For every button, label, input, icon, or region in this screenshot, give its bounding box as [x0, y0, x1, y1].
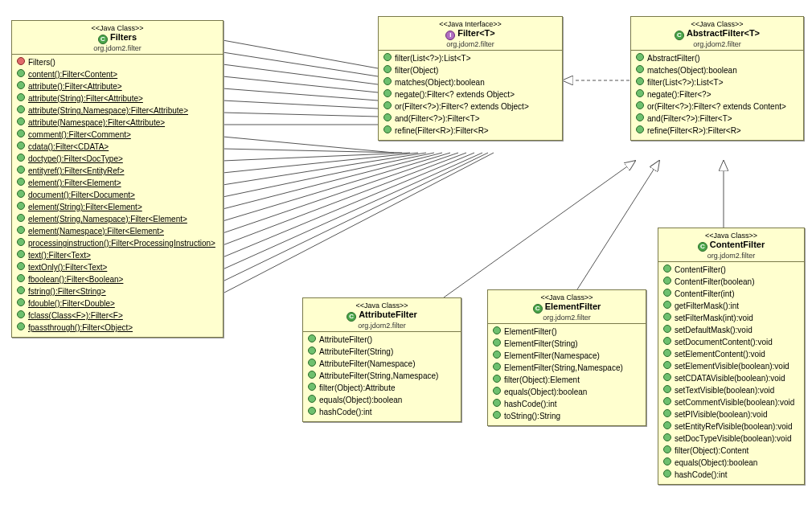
- package-label: org.jdom2.filter: [634, 40, 800, 48]
- member-signature: equals(Object):boolean: [504, 388, 587, 396]
- member-row: ContentFilter(int): [663, 288, 799, 300]
- visibility-icon: [17, 105, 25, 113]
- member-row: ContentFilter(boolean): [663, 276, 799, 288]
- visibility-icon: [663, 421, 671, 429]
- class-title: IFilter<T>: [382, 28, 559, 40]
- member-row: setEntityRefVisible(boolean):void: [663, 420, 799, 433]
- member-signature: document():Filter<Document>: [28, 191, 135, 199]
- member-list: filter(List<?>):List<T>filter(Object)mat…: [379, 51, 562, 140]
- visibility-icon: [308, 334, 316, 342]
- member-signature: setCommentVisible(boolean):void: [675, 398, 794, 407]
- member-row: setElementVisible(boolean):void: [663, 360, 799, 372]
- stereotype-label: <<Java Class>>: [662, 232, 801, 240]
- member-signature: setEntityRefVisible(boolean):void: [675, 422, 793, 431]
- visibility-icon: [663, 385, 671, 393]
- visibility-icon: [308, 371, 316, 379]
- visibility-icon: [663, 373, 671, 381]
- member-row: setDocTypeVisible(boolean):void: [663, 433, 799, 445]
- member-signature: element(String,Namespace):Filter<Element…: [28, 215, 187, 223]
- visibility-icon: [636, 101, 644, 109]
- visibility-icon: [663, 301, 671, 309]
- member-row: ElementFilter(Namespace): [493, 350, 641, 362]
- visibility-icon: [17, 190, 25, 198]
- member-signature: setElementContent():void: [675, 350, 765, 359]
- member-signature: AttributeFilter(String): [319, 347, 393, 356]
- visibility-icon: [663, 289, 671, 297]
- member-signature: doctype():Filter<DocType>: [28, 154, 123, 163]
- member-row: matches(Object):boolean: [636, 64, 798, 76]
- visibility-icon: [17, 57, 25, 65]
- visibility-icon: [383, 77, 392, 85]
- member-row: setDefaultMask():void: [663, 324, 799, 336]
- visibility-icon: [383, 65, 392, 73]
- member-signature: negate():Filter<? extends Object>: [395, 90, 515, 99]
- visibility-icon: [17, 298, 25, 306]
- member-row: matches(Object):boolean: [383, 76, 557, 88]
- visibility-icon: [308, 383, 316, 391]
- member-row: content():Filter<Content>: [17, 68, 218, 80]
- member-signature: element(Namespace):Filter<Element>: [28, 227, 164, 236]
- class-header: <<Java Class>> CAttributeFilter org.jdom…: [303, 298, 461, 332]
- visibility-icon: [663, 349, 671, 357]
- package-label: org.jdom2.filter: [306, 322, 457, 330]
- member-signature: ElementFilter(String,Namespace): [504, 363, 623, 372]
- member-signature: hashCode():int: [504, 400, 557, 408]
- visibility-icon: [663, 397, 671, 405]
- member-signature: setPIVisible(boolean):void: [675, 410, 767, 419]
- member-signature: AbstractFilter(): [647, 54, 700, 63]
- visibility-icon: [383, 89, 392, 97]
- member-signature: attribute():Filter<Attribute>: [28, 82, 122, 91]
- visibility-icon: [493, 338, 501, 347]
- member-row: textOnly():Filter<Text>: [17, 261, 218, 273]
- member-signature: fdouble():Filter<Double>: [28, 299, 115, 308]
- member-row: attribute():Filter<Attribute>: [17, 80, 218, 92]
- class-header: <<Java Class>> CContentFilter org.jdom2.…: [658, 228, 804, 262]
- member-signature: attribute(Namespace):Filter<Attribute>: [28, 118, 165, 127]
- class-name: ContentFilter: [710, 240, 765, 249]
- member-signature: content():Filter<Content>: [28, 70, 117, 79]
- visibility-icon: [17, 81, 25, 89]
- member-signature: fpassthrough():Filter<Object>: [28, 323, 133, 332]
- visibility-icon: [636, 113, 644, 121]
- member-signature: and(Filter<?>):Filter<T>: [395, 114, 480, 123]
- visibility-icon: [493, 399, 501, 407]
- member-row: Filters(): [17, 56, 218, 68]
- visibility-icon: [17, 238, 25, 246]
- member-signature: entityref():Filter<EntityRef>: [28, 166, 124, 175]
- visibility-icon: [383, 113, 392, 121]
- visibility-icon: [636, 125, 644, 133]
- class-title: CElementFilter: [491, 301, 642, 314]
- visibility-icon: [383, 53, 392, 61]
- class-contentfilter: <<Java Class>> CContentFilter org.jdom2.…: [658, 228, 805, 485]
- visibility-icon: [636, 53, 644, 61]
- visibility-icon: [17, 141, 25, 150]
- visibility-icon: [493, 387, 501, 395]
- member-signature: or(Filter<?>):Filter<? extends Content>: [647, 102, 786, 111]
- visibility-icon: [636, 89, 644, 97]
- member-row: AttributeFilter(Namespace): [308, 358, 456, 370]
- member-signature: AttributeFilter(String,Namespace): [319, 371, 438, 380]
- visibility-icon: [493, 363, 501, 371]
- class-name: Filter<T>: [457, 28, 494, 38]
- member-signature: filter(List<?>):List<T>: [395, 54, 470, 63]
- member-signature: equals(Object):boolean: [675, 458, 757, 467]
- visibility-icon: [17, 69, 25, 77]
- visibility-icon: [663, 277, 671, 285]
- member-signature: ElementFilter(): [504, 327, 557, 336]
- member-list: AbstractFilter()matches(Object):booleanf…: [631, 51, 803, 140]
- visibility-icon: [17, 322, 25, 330]
- member-row: setFilterMask(int):void: [663, 312, 799, 324]
- member-signature: filter(Object):Attribute: [319, 383, 395, 392]
- package-label: org.jdom2.filter: [662, 252, 801, 260]
- class-header: <<Java Class>> CElementFilter org.jdom2.…: [488, 290, 646, 324]
- visibility-icon: [493, 375, 501, 383]
- stereotype-label: <<Java Interface>>: [382, 20, 559, 28]
- member-row: element(Namespace):Filter<Element>: [17, 225, 218, 237]
- class-filters: <<Java Class>> CFilters org.jdom2.filter…: [11, 20, 224, 338]
- visibility-icon: [17, 154, 25, 162]
- visibility-icon: [493, 326, 501, 334]
- class-elementfilter: <<Java Class>> CElementFilter org.jdom2.…: [487, 289, 646, 426]
- member-signature: comment():Filter<Comment>: [28, 130, 131, 139]
- class-icon: C: [347, 312, 356, 322]
- visibility-icon: [636, 77, 644, 85]
